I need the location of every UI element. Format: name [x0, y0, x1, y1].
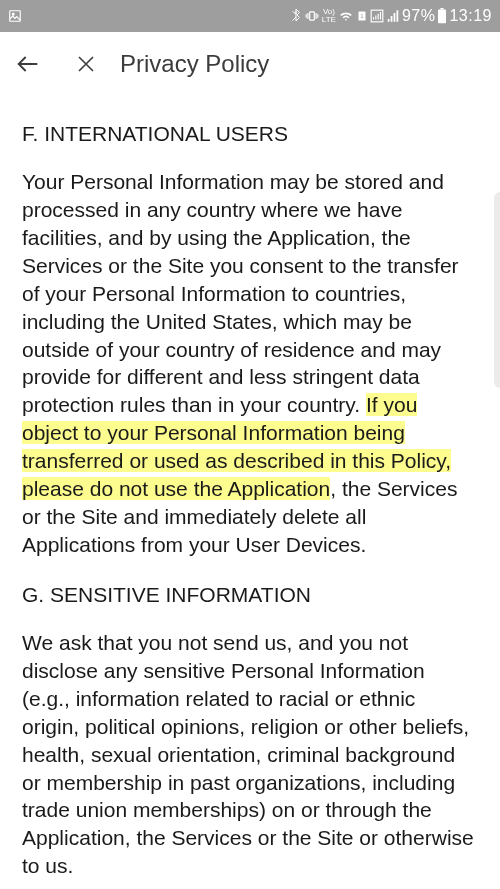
- section-g-paragraph: We ask that you not send us, and you not…: [22, 629, 478, 880]
- volte-indicator: Vo) LTE: [322, 8, 336, 24]
- section-f-paragraph: Your Personal Information may be stored …: [22, 168, 478, 559]
- svg-rect-0: [10, 11, 21, 22]
- vibrate-icon: [304, 9, 320, 23]
- svg-rect-5: [371, 10, 383, 22]
- section-heading-f: F. INTERNATIONAL USERS: [22, 122, 478, 146]
- sim-icon: 1: [356, 9, 368, 23]
- status-bar: Vo) LTE 1 97% 13:19: [0, 0, 500, 32]
- svg-rect-6: [438, 10, 446, 24]
- back-button[interactable]: [8, 44, 48, 84]
- document-content: F. INTERNATIONAL USERS Your Personal Inf…: [0, 96, 500, 880]
- section-f-text-pre: Your Personal Information may be stored …: [22, 170, 459, 416]
- svg-rect-7: [441, 8, 444, 10]
- clock: 13:19: [449, 7, 492, 25]
- svg-rect-2: [310, 12, 315, 20]
- svg-point-1: [12, 13, 14, 15]
- image-indicator-icon: [8, 9, 22, 23]
- page-title: Privacy Policy: [120, 50, 269, 78]
- battery-percent: 97%: [402, 7, 436, 25]
- volte-bot: LTE: [322, 16, 336, 24]
- battery-icon: [437, 8, 447, 24]
- wifi-icon: [338, 9, 354, 23]
- close-button[interactable]: [66, 44, 106, 84]
- bluetooth-icon: [290, 8, 302, 24]
- app-bar: Privacy Policy: [0, 32, 500, 96]
- signal-icon: [386, 9, 400, 23]
- signal-box-icon: [370, 9, 384, 23]
- section-heading-g: G. SENSITIVE INFORMATION: [22, 583, 478, 607]
- scroll-indicator: [494, 192, 500, 388]
